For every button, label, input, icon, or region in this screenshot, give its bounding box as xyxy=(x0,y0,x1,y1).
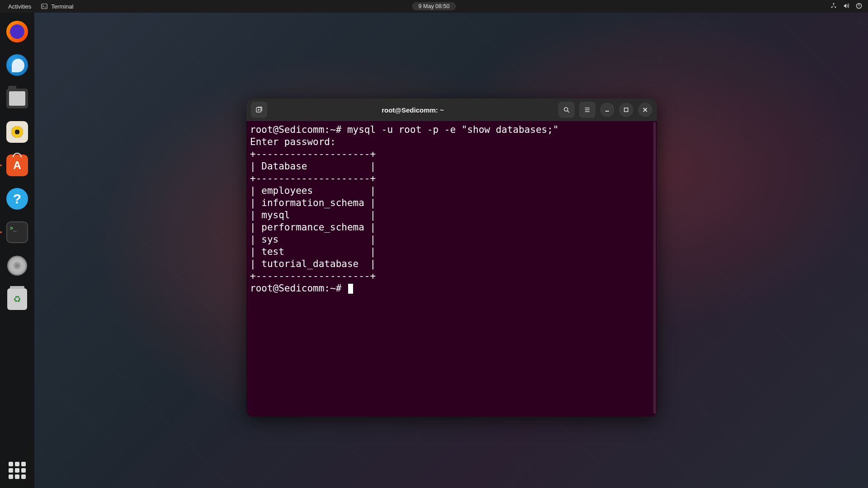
terminal-small-icon xyxy=(41,3,47,9)
show-applications-button[interactable] xyxy=(9,462,26,479)
terminal-line: +--------------------+ xyxy=(250,271,376,282)
dock-terminal[interactable]: >_ xyxy=(5,220,30,245)
software-store-icon xyxy=(6,155,28,176)
files-icon xyxy=(6,89,28,108)
disc-icon xyxy=(7,256,27,276)
new-tab-button[interactable] xyxy=(251,102,267,118)
dock-ubuntu-software[interactable] xyxy=(5,153,30,178)
dock-rhythmbox[interactable] xyxy=(5,119,30,145)
terminal-line: | mysql | xyxy=(250,210,376,221)
terminal-line: Enter password: xyxy=(250,136,336,147)
power-icon[interactable] xyxy=(855,2,863,11)
svg-point-6 xyxy=(564,108,568,111)
terminal-title: root@Sedicomm: ~ xyxy=(271,106,555,114)
topbar-clock[interactable]: 9 May 08:50 xyxy=(412,2,456,10)
terminal-line: root@Sedicomm:~# mysql -u root -p -e "sh… xyxy=(250,124,559,135)
terminal-line: +--------------------+ xyxy=(250,149,376,160)
dock-firefox[interactable] xyxy=(5,19,30,44)
search-button[interactable] xyxy=(558,102,575,118)
activities-button[interactable]: Activities xyxy=(8,3,31,10)
terminal-line: | performance_schema | xyxy=(250,222,376,233)
terminal-line: root@Sedicomm:~# xyxy=(250,283,353,294)
terminal-window: root@Sedicomm: ~ root@Sedicomm:~# mysql … xyxy=(246,99,657,417)
terminal-line: | test | xyxy=(250,246,376,257)
terminal-body[interactable]: root@Sedicomm:~# mysql -u root -p -e "sh… xyxy=(246,121,657,417)
terminal-icon: >_ xyxy=(6,221,28,243)
maximize-button[interactable] xyxy=(619,103,633,117)
network-icon[interactable] xyxy=(830,2,837,11)
svg-rect-7 xyxy=(624,108,628,112)
hamburger-menu-button[interactable] xyxy=(579,102,595,118)
terminal-scrollbar[interactable] xyxy=(653,122,656,414)
terminal-line: | information_schema | xyxy=(250,197,376,208)
close-button[interactable] xyxy=(638,103,652,117)
trash-icon xyxy=(7,288,27,310)
thunderbird-icon xyxy=(6,54,28,76)
terminal-line: | employees | xyxy=(250,185,376,196)
dock-files[interactable] xyxy=(5,86,30,111)
terminal-line: | sys | xyxy=(250,234,376,245)
terminal-line: | tutorial_database | xyxy=(250,258,376,269)
cursor-icon xyxy=(348,284,353,294)
svg-rect-0 xyxy=(42,4,47,9)
music-icon xyxy=(6,121,28,143)
top-bar: Activities Terminal 9 May 08:50 xyxy=(0,0,868,13)
terminal-titlebar[interactable]: root@Sedicomm: ~ xyxy=(246,99,657,121)
topbar-app-name: Terminal xyxy=(51,3,73,10)
topbar-app-indicator[interactable]: Terminal xyxy=(41,3,73,10)
volume-icon[interactable] xyxy=(843,2,850,11)
dock-thunderbird[interactable] xyxy=(5,52,30,78)
dock: ? >_ xyxy=(0,13,34,488)
dock-help[interactable]: ? xyxy=(5,186,30,211)
minimize-button[interactable] xyxy=(600,103,614,117)
terminal-line: +--------------------+ xyxy=(250,173,376,184)
dock-trash[interactable] xyxy=(5,286,30,312)
dock-disc[interactable] xyxy=(5,253,30,278)
terminal-line: | Database | xyxy=(250,161,376,172)
help-icon: ? xyxy=(6,188,28,210)
firefox-icon xyxy=(6,21,28,42)
